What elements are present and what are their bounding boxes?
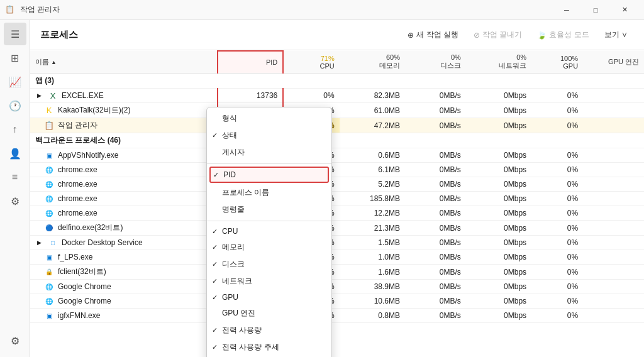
ctx-item-cpu[interactable]: CPU — [207, 224, 331, 239]
proc-gpuconn — [583, 236, 644, 250]
efficiency-button[interactable]: 🍃 효율성 모드 — [531, 27, 595, 43]
ctx-label-disk: 디스크 — [222, 259, 245, 270]
sidebar-item-performance[interactable]: 📈 — [4, 70, 26, 93]
table-row[interactable]: 🌐 chrome.exe 20664 0% 185.8MB 0MB/s 0Mbp… — [30, 192, 644, 206]
maximize-button[interactable]: □ — [581, 0, 610, 20]
sidebar-item-processes[interactable]: ⊞ — [4, 47, 26, 69]
ctx-item-publisher[interactable]: 게시자 — [207, 144, 331, 161]
table-row[interactable]: 🌐 Google Chrome 17400 0% 10.6MB 0MB/s 0M… — [30, 294, 644, 309]
proc-icon-docker: □ — [48, 238, 58, 248]
ctx-item-cmdline[interactable]: 명령줄 — [207, 201, 331, 218]
table-row[interactable]: 🔵 delfino.exe(32비트) 27388 0% 21.3MB 0MB/… — [30, 221, 644, 236]
table-row[interactable]: ▶ □ Docker Desktop Service 7920 0% 1.5MB… — [30, 236, 644, 250]
col-header-network[interactable]: 0%네트워크 — [466, 51, 531, 74]
proc-icon-flps: ▣ — [44, 252, 54, 262]
table-row[interactable]: 🌐 chrome.exe 15784 0% 12.2MB 0MB/s 0Mbps… — [30, 206, 644, 221]
sidebar: ☰ ⊞ 📈 🕐 ↑ 👤 ≡ ⚙ ⚙ — [0, 20, 30, 357]
col-header-gpu[interactable]: 100%GPU — [531, 51, 583, 74]
ctx-item-procname[interactable]: 프로세스 이름 — [207, 184, 331, 201]
table-row[interactable]: ▣ f_LPS.exe 6140 0% 1.0MB 0MB/s 0Mbps 0% — [30, 250, 644, 265]
sidebar-item-details[interactable]: ≡ — [4, 166, 26, 189]
table-row[interactable]: K KakaoTalk(32비트)(2) 19464 0% 61.0MB 0MB… — [30, 103, 644, 118]
proc-gpu: 0% — [531, 177, 583, 192]
table-row[interactable]: ▣ AppVShNotify.exe 18996 0% 0.6MB 0MB/s … — [30, 148, 644, 163]
table-row[interactable]: 📋 작업 관리자 27396 68.7% 47.2MB 0MB/s 0Mbps … — [30, 118, 644, 133]
table-row[interactable]: ▣ igfxFMN.exe 8864 0% 0.8MB 0MB/s 0Mbps … — [30, 309, 644, 323]
proc-gpu: 0% — [531, 236, 583, 250]
proc-disk: 0MB/s — [405, 280, 466, 294]
table-row[interactable]: 🌐 chrome.exe 23944 0% 5.2MB 0MB/s 0Mbps … — [30, 177, 644, 192]
proc-disk: 0MB/s — [405, 294, 466, 309]
ctx-item-power[interactable]: 전력 사용량 — [207, 322, 331, 339]
ctx-item-format[interactable]: 형식 — [207, 110, 331, 127]
ctx-separator-2 — [207, 221, 331, 221]
proc-mem: 82.3MB — [340, 89, 405, 103]
proc-gpuconn — [583, 177, 644, 192]
table-header: 이름 ▲ PID 71%CPU 60%메모리 0%디스크 0%네트워크 100%… — [30, 51, 644, 74]
ctx-item-gpuconn[interactable]: GPU 연진 — [207, 305, 331, 322]
table-container: 이름 ▲ PID 71%CPU 60%메모리 0%디스크 0%네트워크 100%… — [30, 50, 644, 357]
col-header-name[interactable]: 이름 ▲ — [30, 51, 218, 74]
proc-name-cell: 📋 작업 관리자 — [30, 118, 218, 133]
col-header-memory[interactable]: 60%메모리 — [340, 51, 405, 74]
proc-name-cell: 🌐 Google Chrome — [30, 280, 218, 294]
proc-net: 0Mbps — [466, 221, 531, 236]
proc-name-cell: 🔵 delfino.exe(32비트) — [30, 221, 218, 236]
proc-net: 0Mbps — [466, 294, 531, 309]
proc-gpuconn — [583, 163, 644, 177]
close-button[interactable]: ✕ — [610, 0, 639, 20]
ctx-item-network[interactable]: 네트워크 — [207, 273, 331, 290]
ctx-item-state[interactable]: 상태 — [207, 127, 331, 144]
col-header-pid[interactable]: PID — [218, 51, 283, 74]
proc-icon-chrome2: 🌐 — [44, 179, 54, 189]
ctx-item-gpu[interactable]: GPU — [207, 290, 331, 305]
proc-gpu: 0% — [531, 309, 583, 323]
proc-disk: 0MB/s — [405, 163, 466, 177]
proc-net: 0Mbps — [466, 309, 531, 323]
sidebar-item-startup[interactable]: ↑ — [4, 118, 26, 141]
expand-button[interactable]: ▶ — [35, 239, 43, 246]
proc-cpu: 0% — [283, 89, 339, 103]
proc-mem: 0.6MB — [340, 148, 405, 163]
proc-name-cell: 🌐 Google Chrome — [30, 294, 218, 309]
minimize-button[interactable]: ─ — [552, 0, 581, 20]
view-button[interactable]: 보기 ∨ — [598, 27, 634, 43]
sidebar-item-hamburger[interactable]: ☰ — [4, 23, 26, 45]
proc-disk: 0MB/s — [405, 177, 466, 192]
process-table: 이름 ▲ PID 71%CPU 60%메모리 0%디스크 0%네트워크 100%… — [30, 50, 644, 324]
new-task-button[interactable]: ⊕ 새 작업 실행 — [401, 27, 465, 43]
efficiency-icon: 🍃 — [537, 31, 547, 40]
proc-disk: 0MB/s — [405, 148, 466, 163]
col-header-disk[interactable]: 0%디스크 — [405, 51, 466, 74]
end-task-button[interactable]: ⊘ 작업 끝내기 — [467, 27, 528, 43]
ctx-item-pid[interactable]: PID — [209, 167, 329, 183]
proc-name-label: Google Chrome — [58, 297, 111, 305]
proc-disk: 0MB/s — [405, 192, 466, 206]
table-row[interactable]: 🔒 fclient(32비트) 13184 0% 1.6MB 0MB/s 0Mb… — [30, 265, 644, 280]
proc-net: 0Mbps — [466, 250, 531, 265]
sidebar-item-services[interactable]: ⚙ — [4, 190, 26, 212]
proc-name-cell: K KakaoTalk(32비트)(2) — [30, 103, 218, 118]
toolbar-actions: ⊕ 새 작업 실행 ⊘ 작업 끝내기 🍃 효율성 모드 보기 ∨ — [401, 27, 634, 43]
sidebar-bottom: ⚙ — [4, 329, 26, 357]
title-bar-left: 📋 작업 관리자 — [5, 4, 552, 15]
table-row[interactable]: 🌐 Google Chrome 25192 0% 38.9MB 0MB/s 0M… — [30, 280, 644, 294]
sidebar-settings-icon[interactable]: ⚙ — [4, 329, 26, 352]
ctx-item-memory[interactable]: 메모리 — [207, 239, 331, 256]
proc-name-label: igfxFMN.exe — [58, 311, 100, 320]
sidebar-item-history[interactable]: 🕐 — [4, 94, 26, 117]
ctx-item-disk[interactable]: 디스크 — [207, 256, 331, 273]
proc-mem: 0.8MB — [340, 309, 405, 323]
end-task-icon: ⊘ — [474, 31, 480, 40]
col-header-gpu-conn[interactable]: GPU 연진 — [583, 51, 644, 74]
table-row[interactable]: 🌐 chrome.exe 24604 0% 6.1MB 0MB/s 0Mbps … — [30, 163, 644, 177]
ctx-item-powertrend[interactable]: 전력 사용량 추세 — [207, 339, 331, 356]
expand-button[interactable]: ▶ — [35, 92, 43, 99]
col-header-cpu[interactable]: 71%CPU — [283, 51, 339, 74]
sidebar-item-users[interactable]: 👤 — [4, 142, 26, 165]
proc-gpu: 0% — [531, 250, 583, 265]
proc-disk: 0MB/s — [405, 89, 466, 103]
table-row[interactable]: ▶ X EXCEL.EXE 13736 0% 82.3MB 0MB/s 0Mbp… — [30, 89, 644, 103]
proc-icon-googlechrome: 🌐 — [44, 282, 54, 292]
proc-name-cell: ▣ igfxFMN.exe — [30, 309, 218, 323]
